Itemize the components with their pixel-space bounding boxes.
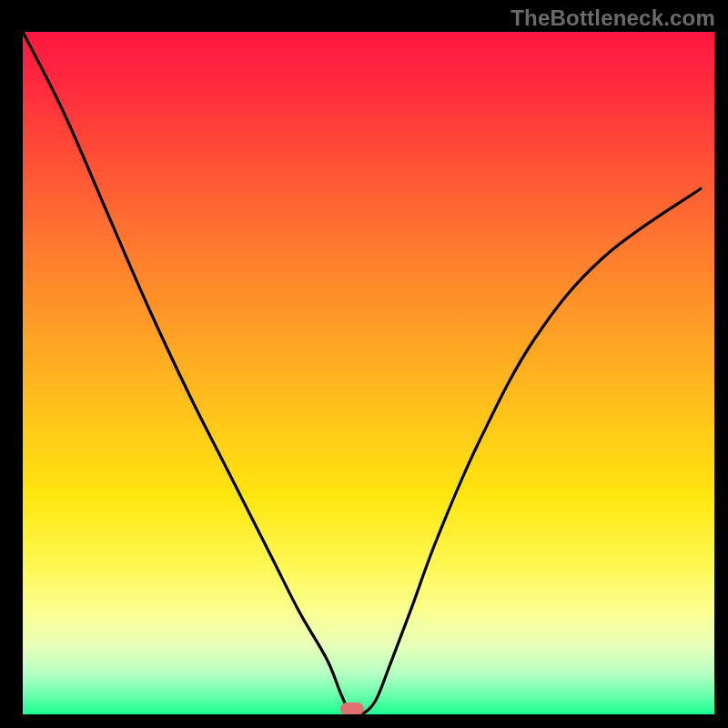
minimum-marker [340, 703, 364, 714]
chart-curve-svg [23, 32, 714, 714]
chart-plot-area [23, 32, 714, 714]
chart-stage: TheBottleneck.com [0, 0, 728, 728]
bottleneck-curve [23, 32, 701, 714]
watermark-text: TheBottleneck.com [511, 5, 715, 31]
